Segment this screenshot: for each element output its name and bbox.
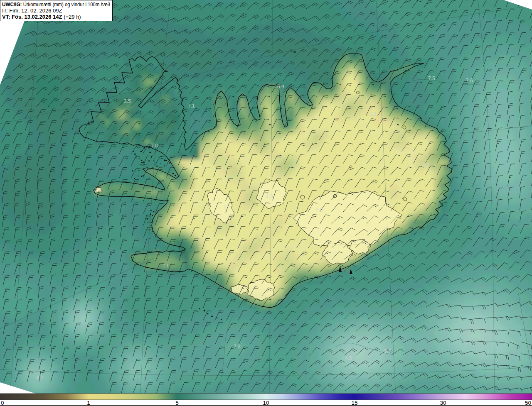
svg-text:1.3: 1.3 bbox=[266, 193, 273, 199]
svg-text:2.6: 2.6 bbox=[95, 187, 102, 193]
svg-text:15: 15 bbox=[351, 400, 357, 406]
svg-text:2.1: 2.1 bbox=[370, 111, 377, 117]
svg-text:UWC/IG: Úrkomumætti (mm) og vi: UWC/IG: Úrkomumætti (mm) og vindur i 100… bbox=[2, 1, 110, 7]
svg-text:1: 1 bbox=[87, 400, 90, 406]
svg-text:7.1: 7.1 bbox=[188, 103, 195, 109]
svg-text:2.1: 2.1 bbox=[162, 263, 169, 269]
svg-text:7.6: 7.6 bbox=[466, 78, 473, 83]
svg-text:3.5: 3.5 bbox=[124, 98, 131, 104]
svg-text:1.7: 1.7 bbox=[224, 204, 231, 210]
svg-text:6.9: 6.9 bbox=[277, 84, 284, 90]
svg-text:50: 50 bbox=[525, 400, 531, 406]
svg-text:7.0: 7.0 bbox=[151, 143, 158, 149]
svg-text:7.3: 7.3 bbox=[234, 344, 241, 350]
svg-text:10: 10 bbox=[263, 400, 269, 406]
svg-text:5: 5 bbox=[175, 400, 179, 406]
svg-text:1.0: 1.0 bbox=[316, 207, 323, 213]
svg-text:8.7: 8.7 bbox=[37, 375, 44, 381]
svg-text:VT: Fös. 13.02.2026 14Z (+29 h: VT: Fös. 13.02.2026 14Z (+29 h) bbox=[2, 14, 81, 20]
svg-text:30: 30 bbox=[440, 400, 446, 406]
svg-text:1.8: 1.8 bbox=[422, 161, 429, 167]
svg-text:0: 0 bbox=[1, 400, 4, 406]
svg-text:IT: Fim. 12. 02. 2026 09Z: IT: Fim. 12. 02. 2026 09Z bbox=[2, 7, 62, 14]
svg-text:4.5: 4.5 bbox=[345, 355, 352, 361]
svg-text:9.7: 9.7 bbox=[384, 348, 391, 354]
svg-text:7.5: 7.5 bbox=[428, 76, 435, 81]
